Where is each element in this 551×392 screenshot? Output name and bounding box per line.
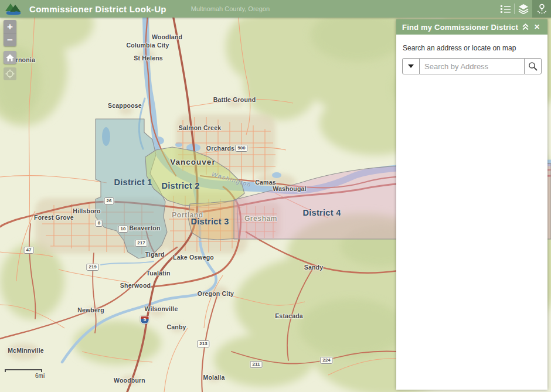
collapse-chevrons-icon — [522, 23, 529, 30]
scale-bar-line — [5, 369, 42, 372]
search-instruction: Search an address or locate on map — [403, 44, 542, 52]
district-lookup-icon — [536, 4, 547, 14]
app-subtitle: Multnomah County, Oregon — [191, 5, 270, 12]
zoom-controls: + − — [4, 20, 16, 46]
locate-icon — [5, 69, 15, 79]
home-icon — [5, 53, 15, 62]
zoom-in-button[interactable]: + — [4, 20, 16, 33]
scale-bar: 6mi — [5, 369, 45, 379]
app-header: Commissioner District Look-Up Multnomah … — [0, 0, 551, 18]
magnifier-icon — [528, 62, 538, 71]
legend-icon — [501, 5, 511, 13]
district-lookup-button[interactable] — [532, 0, 551, 18]
find-district-panel: Find my Commissioner District ✕ Search a… — [396, 19, 547, 390]
my-location-button[interactable] — [4, 67, 16, 80]
scale-bar-label: 6mi — [35, 373, 45, 379]
layers-icon — [518, 4, 529, 14]
search-row — [402, 58, 542, 74]
panel-body: Search an address or locate on map — [396, 35, 547, 390]
legend-button[interactable] — [496, 0, 514, 18]
search-button[interactable] — [524, 58, 542, 74]
chevron-down-icon — [408, 64, 414, 68]
search-source-dropdown[interactable] — [402, 58, 420, 74]
layers-button[interactable] — [515, 0, 532, 18]
app-window: VernoniaWoodlandColumbia CitySt HelensSc… — [0, 0, 551, 392]
panel-collapse-button[interactable] — [519, 21, 531, 33]
home-button[interactable] — [4, 51, 16, 64]
zoom-out-button[interactable]: − — [4, 33, 16, 46]
search-input[interactable] — [420, 58, 524, 74]
panel-title: Find my Commissioner District — [402, 23, 519, 32]
panel-close-button[interactable]: ✕ — [531, 21, 543, 33]
close-icon: ✕ — [534, 23, 540, 31]
county-logo — [5, 2, 22, 16]
panel-header: Find my Commissioner District ✕ — [396, 19, 547, 35]
app-title: Commissioner District Look-Up — [29, 4, 166, 14]
